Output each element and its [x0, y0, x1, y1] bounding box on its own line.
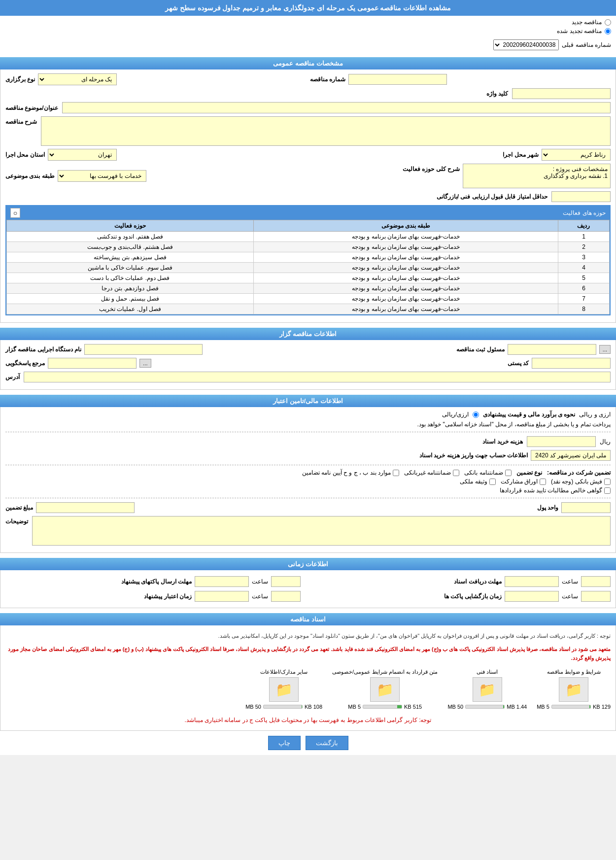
file-max: 5 MB: [537, 704, 549, 710]
activity-toggle-btn[interactable]: ○: [10, 208, 20, 218]
notes-textarea[interactable]: [32, 516, 611, 546]
responsible-btn[interactable]: ...: [599, 345, 611, 354]
doc-fee-input[interactable]: 1,260,000: [527, 436, 596, 447]
table-row: 7 خدمات-فهرست بهای سازمان برنامه و بودجه…: [7, 294, 610, 304]
col-header-activity: حوزه فعالیت: [7, 220, 254, 232]
progress-bar-fill: [302, 705, 302, 708]
reference-input[interactable]: [48, 358, 137, 369]
reference-postal-row: 3761953198 کد پستی ... مرجع پاسخگویی: [5, 358, 611, 369]
keyword-input[interactable]: [512, 88, 611, 99]
category-select[interactable]: خدمات با فهرست بها: [58, 170, 146, 182]
guarantee-amount-input[interactable]: 2,500,000,000: [36, 502, 135, 513]
guarantee-nonbank-check: ضمانتنامه غیربانکی: [404, 469, 459, 476]
estimate-row: ارزی و ریالی نحوه ی برآورد مالی و قیمت پ…: [5, 411, 611, 418]
file-icon[interactable]: 📁: [370, 677, 400, 702]
guarantee-cases-checkbox[interactable]: [393, 470, 399, 476]
guarantee-nonbank-label: ضمانتنامه غیربانکی: [404, 469, 451, 476]
type-select[interactable]: یک مرحله ای: [38, 73, 117, 85]
description-label: شرح مناقصه: [5, 116, 37, 125]
table-row: 2 خدمات-فهرست بهای سازمان برنامه و بودجه…: [7, 242, 610, 252]
guarantee-bank-check: ضمانتنامه بانکی: [464, 469, 511, 476]
postal-input[interactable]: 3761953198: [532, 358, 611, 369]
cell-activity: فصل بیستم. حمل و نقل: [7, 294, 254, 304]
file-icon[interactable]: 📁: [473, 677, 502, 702]
activity-table-wrapper: حوزه های فعالیت ○ ردیف طبقه بندی موضوعی …: [5, 205, 611, 315]
cell-activity: فصل دوازدهم. بتن درجا: [7, 283, 254, 294]
print-button[interactable]: چاپ: [268, 736, 301, 750]
subject-label: عنوان/موضوع مناقصه: [5, 104, 58, 111]
file-max: 50 MB: [245, 704, 261, 710]
reference-btn[interactable]: ...: [139, 359, 151, 368]
subject-input[interactable]: مناقصه عمومی یک مرحله ای جدولگذاری معابر…: [62, 102, 611, 113]
guarantee-property-check: وثیقه ملکی: [460, 478, 495, 485]
doc-fee-unit: ریال: [600, 438, 611, 445]
credit-expire-row: 14:00 ساعت 1402/10/30 زمان اعتبار پیشنها…: [5, 591, 301, 602]
renewed-tender-label: مناقصه تجدید شده: [557, 28, 602, 34]
file-size: 108 KB: [305, 704, 322, 710]
guarantee-bank-checkbox[interactable]: [505, 470, 512, 476]
reference-label: مرجع پاسخگویی: [5, 360, 45, 367]
estimate-radio[interactable]: [473, 412, 479, 418]
file-size: 515 KB: [404, 704, 422, 710]
guarantee-property-checkbox[interactable]: [489, 479, 496, 485]
address-row: شهرستان رناط کریم- نصیرشهر- بلوار ولایت-…: [5, 372, 611, 382]
receive-doc-time[interactable]: 12:00: [581, 576, 611, 587]
progress-bar-wrap: [263, 705, 303, 709]
file-label: سایر مدارک/اطلاعات: [260, 669, 308, 675]
tender-number-input[interactable]: 2002096024000040: [348, 74, 447, 85]
activity-desc-label: شرح کلی حوزه فعالیت: [403, 164, 460, 172]
file-item: سایر مدارک/اطلاعات 📁 108 KB 50 MB: [245, 669, 322, 710]
guarantee-cert-checkbox[interactable]: [604, 487, 611, 494]
file-max: 50 MB: [447, 704, 463, 710]
province-select[interactable]: تهران: [48, 149, 117, 161]
file-label: متن قرارداد به انضمام شرایط عمومی/خصوصی: [332, 669, 438, 675]
time-label-4: ساعت: [252, 593, 268, 600]
file-icon[interactable]: 📁: [559, 677, 588, 702]
city-select[interactable]: رناط کریم: [542, 149, 611, 161]
send-offer-date[interactable]: 1402/08/27: [195, 576, 249, 587]
send-offer-time[interactable]: 12:00: [271, 576, 301, 587]
credit-expire-label: زمان اعتبار پیشنهاد: [144, 593, 192, 600]
file-item: اسناد فنی 📁 1.44 MB 50 MB: [447, 669, 527, 710]
new-tender-radio-row: مناقصه جدید: [5, 19, 611, 26]
file-icon[interactable]: 📁: [269, 677, 299, 702]
table-row: 4 خدمات-فهرست بهای سازمان برنامه و بودجه…: [7, 263, 610, 273]
guarantee-amount-row: ریال واحد پول 2,500,000,000 مبلغ تضمین: [5, 502, 611, 513]
time-label-1: ساعت: [562, 578, 578, 585]
guarantee-cert-check: گواهی خالص مطالبات تایید شده قراردادها: [500, 487, 611, 494]
guarantee-bonds-checkbox[interactable]: [540, 479, 546, 485]
new-tender-radio[interactable]: [605, 19, 611, 26]
guarantee-cash-checkbox[interactable]: [604, 479, 611, 485]
prev-tender-select[interactable]: 2002096024000038: [493, 39, 559, 50]
back-button[interactable]: بازگشت: [306, 736, 348, 750]
renewed-tender-radio[interactable]: [605, 28, 611, 34]
credit-expire-time[interactable]: 14:00: [271, 591, 301, 602]
cell-category: خدمات-فهرست بهای سازمان برنامه و بودجه: [253, 252, 558, 263]
financial-section: اطلاعات مالی/تامین اعتبار ارزی و ریالی ن…: [0, 395, 616, 553]
doc-fee-label: هزینه خرید اسناد: [482, 438, 523, 445]
province-label: استان محل اجرا: [5, 151, 45, 158]
guarantee-nonbank-checkbox[interactable]: [453, 470, 459, 476]
guarantee-unit-input[interactable]: ریال: [561, 502, 611, 513]
open-offer-time[interactable]: 12:30: [581, 591, 611, 602]
financial-section-header: اطلاعات مالی/تامین اعتبار: [0, 395, 616, 407]
guarantee-unit-label: واحد پول: [537, 504, 558, 511]
address-input[interactable]: شهرستان رناط کریم- نصیرشهر- بلوار ولایت-…: [24, 372, 611, 382]
responsible-input[interactable]: جواد نوروری: [508, 344, 596, 355]
file-size: 1.44 MB: [507, 704, 527, 710]
receive-doc-row: 12:00 ساعت 1402/08/17 مهلت دریافت اسناد: [315, 576, 611, 587]
min-score-label: حداقل امتیاز قابل قبول ارزیابی فنی /بازر…: [437, 193, 548, 200]
activity-desc-textarea[interactable]: مشخصات فنی پروژه : 1. نقشه برداری و کدگذ…: [463, 164, 611, 188]
open-offer-date[interactable]: 1402/08/27: [505, 591, 559, 602]
cell-category: خدمات-فهرست بهای سازمان برنامه و بودجه: [253, 294, 558, 304]
table-row: 8 خدمات-فهرست بهای سازمان برنامه و بودجه…: [7, 304, 610, 314]
type-label: نوع برگزاری: [5, 76, 35, 83]
description-textarea[interactable]: [41, 116, 611, 146]
credit-expire-date[interactable]: 1402/10/30: [195, 591, 249, 602]
exec-org-input[interactable]: شهرداری نصیرآباد استان ته: [84, 344, 203, 355]
receive-doc-date[interactable]: 1402/08/17: [505, 576, 559, 587]
min-score-input[interactable]: [551, 191, 611, 202]
cell-category: خدمات-فهرست بهای سازمان برنامه و بودجه: [253, 304, 558, 314]
notes-label: توضیحات: [5, 516, 28, 525]
doc-note1: توجه : کاربر گرامی، دریافت اسناد در مهلت…: [5, 629, 611, 643]
